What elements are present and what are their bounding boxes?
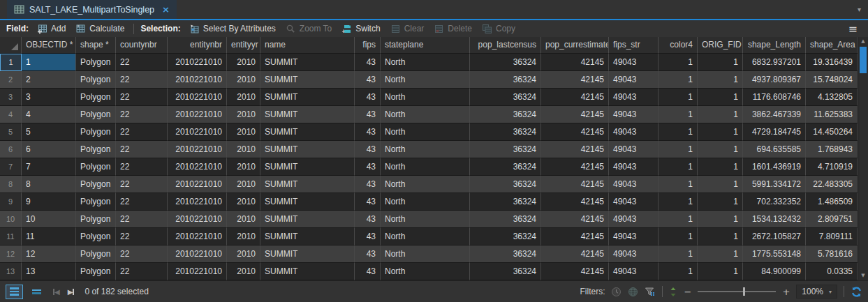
scroll-up-icon[interactable]: ▲ <box>858 37 868 46</box>
table-cell[interactable]: 1 <box>659 123 698 141</box>
attribute-filter-icon[interactable] <box>645 287 656 297</box>
table-cell[interactable]: 2010221010 <box>168 263 227 280</box>
row-header[interactable]: 1 <box>0 54 22 71</box>
row-header[interactable]: 10 <box>0 211 22 228</box>
table-cell[interactable]: Polygon <box>76 246 116 263</box>
table-cell[interactable]: 49043 <box>609 54 659 71</box>
table-cell[interactable]: 42145 <box>541 89 609 106</box>
table-cell[interactable]: 2010 <box>227 228 260 246</box>
table-cell[interactable]: 702.332352 <box>743 193 806 211</box>
close-icon[interactable]: × <box>162 4 170 15</box>
scrollbar-thumb[interactable] <box>860 47 867 73</box>
table-cell[interactable]: 10 <box>22 211 76 228</box>
last-record-button[interactable]: ▶ <box>68 288 75 296</box>
table-cell[interactable]: North <box>381 89 470 106</box>
table-cell[interactable]: 8 <box>22 176 76 193</box>
table-cell[interactable]: 2010221010 <box>168 106 227 123</box>
table-cell[interactable]: 42145 <box>541 211 609 228</box>
table-cell[interactable]: 22 <box>116 123 168 141</box>
table-cell[interactable]: 36324 <box>470 141 541 158</box>
table-cell[interactable]: 43 <box>355 211 381 228</box>
table-cell[interactable]: 42145 <box>541 123 609 141</box>
table-cell[interactable]: 1 <box>698 228 743 246</box>
column-header-entitynbr[interactable]: entitynbr <box>168 37 227 54</box>
vertical-scrollbar[interactable]: ▲ ▼ <box>858 37 868 280</box>
table-cell[interactable]: Polygon <box>76 211 116 228</box>
row-header[interactable]: 11 <box>0 228 22 246</box>
table-cell[interactable]: 4 <box>22 106 76 123</box>
table-cell[interactable]: 36324 <box>470 71 541 89</box>
table-cell[interactable]: 2010221010 <box>168 193 227 211</box>
table-cell[interactable]: 1 <box>698 123 743 141</box>
tab-overflow-icon[interactable]: ▾ <box>851 6 868 13</box>
table-cell[interactable]: 49043 <box>609 193 659 211</box>
table-cell[interactable]: 4937.809367 <box>743 71 806 89</box>
table-cell[interactable]: 4.132805 <box>806 89 858 106</box>
table-cell[interactable]: Polygon <box>76 106 116 123</box>
scroll-down-icon[interactable]: ▼ <box>858 271 868 280</box>
row-header[interactable]: 8 <box>0 176 22 193</box>
table-cell[interactable]: 22 <box>116 246 168 263</box>
zoom-in-button[interactable]: + <box>782 287 790 297</box>
table-cell[interactable]: 22 <box>116 106 168 123</box>
table-cell[interactable]: 1 <box>698 193 743 211</box>
table-cell[interactable]: North <box>381 263 470 280</box>
show-all-records-button[interactable] <box>6 285 23 299</box>
table-cell[interactable]: SUMMIT <box>260 176 355 193</box>
table-cell[interactable]: 2672.105827 <box>743 228 806 246</box>
table-cell[interactable]: 36324 <box>470 228 541 246</box>
table-cell[interactable]: 0.0335 <box>806 263 858 280</box>
table-cell[interactable]: 22 <box>116 228 168 246</box>
table-cell[interactable]: 2010221010 <box>168 54 227 71</box>
table-cell[interactable]: 1 <box>698 71 743 89</box>
row-header[interactable]: 12 <box>0 246 22 263</box>
table-cell[interactable]: 5.781616 <box>806 246 858 263</box>
table-cell[interactable]: 22 <box>116 193 168 211</box>
table-cell[interactable]: 22 <box>116 89 168 106</box>
table-cell[interactable]: 42145 <box>541 228 609 246</box>
table-cell[interactable]: 1 <box>698 176 743 193</box>
table-cell[interactable]: 43 <box>355 106 381 123</box>
table-cell[interactable]: 43 <box>355 141 381 158</box>
table-cell[interactable]: 42145 <box>541 176 609 193</box>
table-cell[interactable]: SUMMIT <box>260 193 355 211</box>
row-header[interactable]: 3 <box>0 89 22 106</box>
zoom-slider[interactable] <box>698 287 776 296</box>
table-cell[interactable]: 1 <box>698 263 743 280</box>
table-cell[interactable]: Polygon <box>76 54 116 71</box>
table-cell[interactable]: 42145 <box>541 246 609 263</box>
table-cell[interactable]: 42145 <box>541 106 609 123</box>
table-cell[interactable]: North <box>381 176 470 193</box>
row-header[interactable]: 4 <box>0 106 22 123</box>
table-cell[interactable]: 43 <box>355 176 381 193</box>
table-cell[interactable]: 2010221010 <box>168 228 227 246</box>
table-cell[interactable]: 49043 <box>609 106 659 123</box>
table-cell[interactable]: 42145 <box>541 54 609 71</box>
table-cell[interactable]: North <box>381 54 470 71</box>
table-cell[interactable]: 1176.608746 <box>743 89 806 106</box>
table-cell[interactable]: 1 <box>659 89 698 106</box>
table-cell[interactable]: North <box>381 228 470 246</box>
table-cell[interactable]: Polygon <box>76 158 116 176</box>
zoom-slider-thumb[interactable] <box>743 287 745 296</box>
zoom-out-button[interactable]: − <box>684 287 691 297</box>
table-cell[interactable]: 1 <box>659 54 698 71</box>
table-cell[interactable]: 42145 <box>541 193 609 211</box>
column-header-orig-fid[interactable]: ORIG_FID <box>698 37 743 54</box>
table-cell[interactable]: 42145 <box>541 71 609 89</box>
table-cell[interactable]: 1 <box>698 106 743 123</box>
table-cell[interactable]: 2010 <box>227 193 260 211</box>
table-cell[interactable]: 36324 <box>470 176 541 193</box>
table-cell[interactable]: SUMMIT <box>260 141 355 158</box>
table-cell[interactable]: 2010 <box>227 123 260 141</box>
table-cell[interactable]: 22 <box>116 71 168 89</box>
table-cell[interactable]: 6 <box>22 141 76 158</box>
calculate-field-button[interactable]: Calculate <box>71 20 129 37</box>
row-header[interactable]: 9 <box>0 193 22 211</box>
table-cell[interactable]: 4.710919 <box>806 158 858 176</box>
table-cell[interactable]: SUMMIT <box>260 211 355 228</box>
row-header[interactable]: 2 <box>0 71 22 89</box>
table-cell[interactable]: SUMMIT <box>260 106 355 123</box>
table-cell[interactable]: 2010 <box>227 176 260 193</box>
table-cell[interactable]: 49043 <box>609 123 659 141</box>
